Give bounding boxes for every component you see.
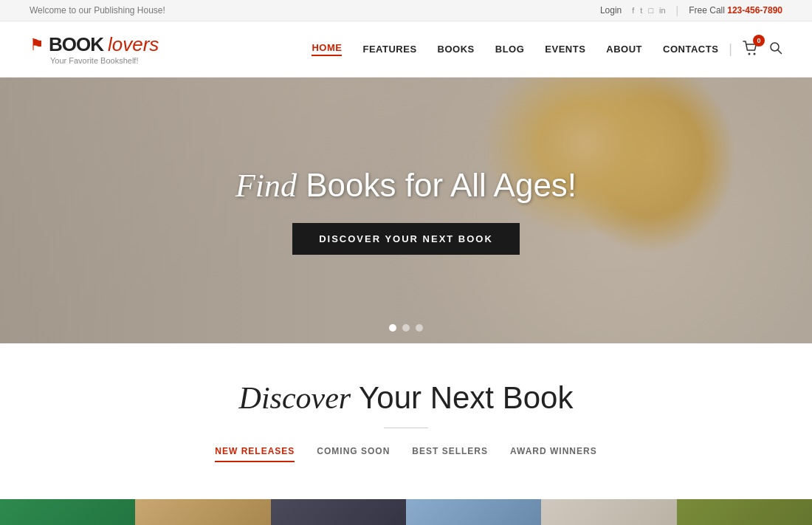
tab-coming-soon[interactable]: COMING SOON (317, 446, 390, 462)
hero-dots (389, 324, 423, 332)
nav-events[interactable]: EVENTS (545, 44, 585, 55)
book-thumb-1[interactable]: IT'S JUST A BOOK TEMPLATE | READ MORE (0, 499, 135, 525)
book-thumb-4[interactable]: IT'S JUST A BOOK TEMPLATE | READ MORE (406, 499, 541, 525)
tab-award-winners[interactable]: AWARD WINNERS (510, 446, 597, 462)
nav-books[interactable]: BOOKS (438, 44, 475, 55)
hero-dot-3[interactable] (416, 324, 423, 332)
nav-features[interactable]: FEATURES (362, 44, 416, 55)
bookmark-icon: ⚑ (30, 35, 44, 55)
top-bar: Welcome to our Publishing House! Login f… (0, 0, 812, 21)
books-row: IT'S JUST A BOOK TEMPLATE | READ MORE IT… (0, 499, 812, 525)
twitter-icon[interactable]: t (640, 6, 642, 15)
social-links: f t □ in (632, 6, 665, 15)
nav-about[interactable]: ABOUT (606, 44, 642, 55)
main-nav: HOME FEATURES BOOKS BLOG EVENTS ABOUT CO… (312, 42, 718, 56)
nav-divider: | (729, 41, 732, 57)
hero-section: Find Books for All Ages! DISCOVER YOUR N… (0, 78, 812, 343)
free-call: Free Call 123-456-7890 (689, 5, 782, 16)
book-thumb-6[interactable]: IT'S JUST A BOOK TEMPLATE | READ BOOK (677, 499, 812, 525)
svg-point-0 (749, 52, 751, 55)
book-thumb-3[interactable]: IT'S JUST A BOOK TEMPLATE | READ MORE (271, 499, 406, 525)
nav-icons: | 0 (729, 41, 782, 58)
top-bar-right: Login f t □ in | Free Call 123-456-7890 (600, 4, 782, 16)
logo[interactable]: ⚑ BOOKlovers Your Favorite Bookshelf! (30, 33, 159, 65)
hero-cta-button[interactable]: DISCOVER YOUR NEXT BOOK (292, 223, 520, 255)
logo-book-text: BOOK (49, 33, 103, 56)
instagram-icon[interactable]: □ (648, 6, 653, 15)
discover-title-italic: Discover (239, 381, 351, 415)
tab-new-releases[interactable]: NEW RELEASES (215, 446, 295, 462)
hero-dot-1[interactable] (389, 324, 396, 332)
welcome-message: Welcome to our Publishing House! (30, 5, 165, 16)
nav-contacts[interactable]: CONTACTS (663, 44, 718, 55)
discover-tabs: NEW RELEASES COMING SOON BEST SELLERS AW… (30, 446, 782, 462)
cart-badge: 0 (753, 35, 765, 47)
hero-dot-2[interactable] (402, 324, 410, 332)
nav-blog[interactable]: BLOG (495, 44, 525, 55)
hero-title-italic: Find (235, 168, 297, 204)
login-link[interactable]: Login (600, 5, 622, 16)
tab-best-sellers[interactable]: BEST SELLERS (412, 446, 488, 462)
logo-lovers-text: lovers (108, 33, 159, 56)
search-icon[interactable] (769, 41, 782, 58)
discover-section: Discover Your Next Book NEW RELEASES COM… (0, 343, 812, 499)
discover-title: Discover Your Next Book (30, 380, 782, 416)
facebook-icon[interactable]: f (632, 6, 634, 15)
hero-content: Find Books for All Ages! DISCOVER YOUR N… (235, 166, 577, 255)
discover-divider (384, 428, 428, 428)
hero-title: Find Books for All Ages! (235, 166, 577, 206)
discover-title-rest: Your Next Book (351, 380, 573, 415)
logo-text: ⚑ BOOKlovers (30, 33, 159, 56)
book-thumb-2[interactable]: IT'S JUST A BOOK TEMPLATE | READ MORE (135, 499, 270, 525)
hero-title-rest: Books for All Ages! (297, 167, 577, 203)
header: ⚑ BOOKlovers Your Favorite Bookshelf! HO… (0, 21, 812, 78)
nav-home[interactable]: HOME (312, 42, 342, 56)
svg-point-1 (754, 52, 756, 55)
header-right: HOME FEATURES BOOKS BLOG EVENTS ABOUT CO… (312, 41, 782, 58)
logo-tagline: Your Favorite Bookshelf! (50, 56, 159, 65)
top-bar-divider: | (676, 4, 679, 16)
book-thumb-5[interactable]: IT'S JUST A BOOK TEMPLATE | READ MORE (541, 499, 676, 525)
svg-line-3 (778, 49, 782, 53)
linkedin-icon[interactable]: in (659, 6, 666, 15)
cart-icon-wrap[interactable]: 0 (743, 41, 759, 58)
